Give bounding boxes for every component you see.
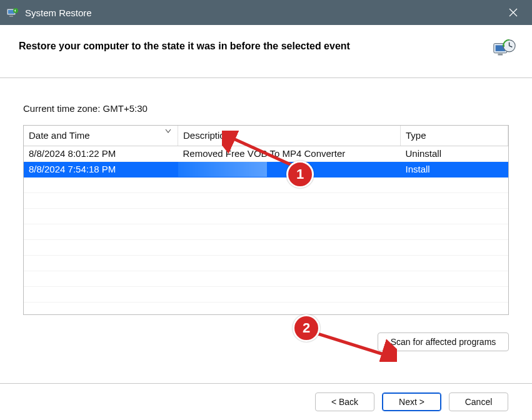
close-button[interactable]	[501, 0, 526, 25]
next-button[interactable]: Next >	[382, 392, 441, 411]
window-title: System Restore	[25, 8, 501, 18]
svg-rect-8	[498, 54, 503, 56]
system-restore-window: System Restore Restore your computer to …	[0, 0, 532, 420]
scan-affected-programs-button[interactable]: Scan for affected programs	[378, 332, 509, 351]
cell-description: Removed Free VOB To MP4 Converter	[178, 146, 401, 162]
table-row[interactable]: 8/8/2024 7:54:18 PM Install	[24, 162, 508, 178]
cancel-button[interactable]: Cancel	[449, 392, 508, 411]
system-restore-icon	[6, 7, 19, 18]
header: Restore your computer to the state it wa…	[0, 25, 532, 78]
cell-date: 8/8/2024 8:01:22 PM	[24, 146, 178, 162]
table-row-empty: .	[24, 302, 508, 316]
timezone-label: Current time zone: GMT+5:30	[23, 103, 509, 114]
col-header-type[interactable]: Type	[401, 126, 508, 146]
annotation-badge-1: 1	[286, 161, 314, 188]
titlebar: System Restore	[0, 0, 532, 25]
cell-type: Install	[401, 162, 508, 178]
close-icon	[509, 8, 518, 17]
col-header-description[interactable]: Description	[178, 126, 401, 146]
table-row-empty: .	[24, 209, 508, 224]
table-row-empty: .	[24, 178, 508, 193]
sort-caret-icon	[165, 128, 171, 135]
cell-type: Uninstall	[401, 146, 508, 162]
table-row-empty: .	[24, 240, 508, 256]
table-row-empty: .	[24, 256, 508, 271]
table-row-empty: .	[24, 224, 508, 240]
header-instruction: Restore your computer to the state it wa…	[19, 38, 491, 53]
scan-row: Scan for affected programs	[23, 332, 509, 351]
restore-clock-icon	[491, 38, 516, 62]
restore-points-table-container: Date and Time Description Type	[23, 125, 509, 315]
col-header-description-label: Description	[183, 130, 230, 141]
table-row[interactable]: 8/8/2024 8:01:22 PM Removed Free VOB To …	[24, 146, 508, 162]
table-row-empty: .	[24, 193, 508, 209]
content-area: Current time zone: GMT+5:30 Date and Tim…	[0, 78, 532, 383]
table-row-empty: .	[24, 271, 508, 287]
col-header-date[interactable]: Date and Time	[24, 126, 178, 146]
col-header-date-label: Date and Time	[29, 130, 90, 141]
annotation-badge-2: 2	[293, 314, 320, 342]
back-button[interactable]: < Back	[315, 392, 374, 411]
cell-date: 8/8/2024 7:54:18 PM	[24, 162, 178, 178]
table-row-empty: .	[24, 287, 508, 302]
restore-points-tbody: 8/8/2024 8:01:22 PM Removed Free VOB To …	[24, 146, 508, 316]
col-header-type-label: Type	[406, 130, 426, 141]
restore-points-table: Date and Time Description Type	[24, 126, 508, 315]
footer-buttons: < Back Next > Cancel	[0, 383, 532, 420]
svg-rect-2	[9, 16, 13, 17]
